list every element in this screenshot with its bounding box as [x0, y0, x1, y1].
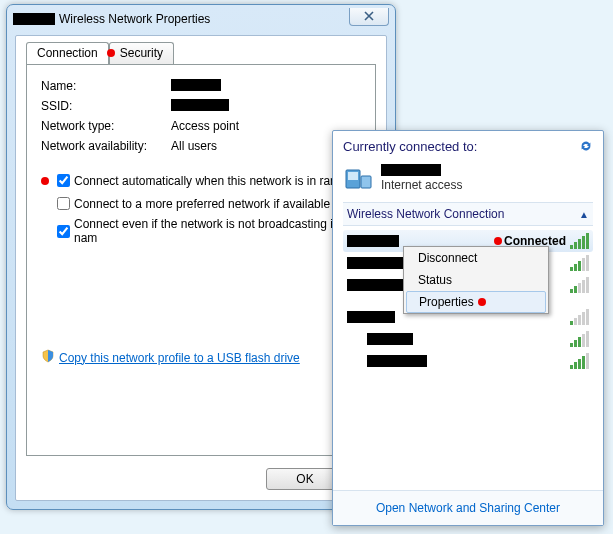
tab-security-label: Security	[120, 46, 163, 60]
wireless-section-header[interactable]: Wireless Network Connection ▲	[343, 202, 593, 226]
network-type-value: Access point	[171, 119, 239, 133]
svg-rect-1	[348, 172, 358, 180]
close-button[interactable]	[349, 8, 389, 26]
copy-profile-link[interactable]: Copy this network profile to a USB flash…	[41, 349, 300, 366]
menu-status[interactable]: Status	[404, 269, 548, 291]
close-icon	[364, 10, 374, 24]
checkbox-prefer-network-label: Connect to a more preferred network if a…	[74, 197, 330, 211]
annotation-dot	[41, 177, 49, 185]
annotation-dot	[494, 237, 502, 245]
copy-profile-label: Copy this network profile to a USB flash…	[59, 351, 300, 365]
annotation-dot	[107, 49, 115, 57]
tabs: Connection Security	[26, 42, 386, 64]
network-type-label: Network type:	[41, 119, 171, 133]
checkbox-auto-connect[interactable]	[57, 174, 70, 187]
menu-properties[interactable]: Properties	[406, 291, 546, 313]
ok-button-label: OK	[296, 472, 313, 486]
current-network-sub: Internet access	[381, 178, 462, 192]
wifi-item[interactable]	[343, 350, 593, 372]
flyout-title: Currently connected to:	[343, 139, 477, 156]
redacted-network-name	[13, 13, 55, 25]
checkbox-auto-connect-label: Connect automatically when this network …	[74, 174, 350, 188]
svg-rect-2	[361, 176, 371, 188]
signal-bars-icon	[570, 353, 589, 369]
wifi-list: Connected Disconnect Status Properties	[343, 230, 593, 372]
ssid-label: SSID:	[41, 99, 171, 113]
checkbox-hidden-network-label: Connect even if the network is not broad…	[74, 217, 361, 245]
wifi-item[interactable]	[343, 328, 593, 350]
availability-value: All users	[171, 139, 217, 153]
signal-bars-icon	[570, 309, 589, 325]
signal-bars-icon	[570, 331, 589, 347]
ssid-value-redacted	[171, 99, 229, 111]
availability-label: Network availability:	[41, 139, 171, 153]
signal-bars-icon	[570, 277, 589, 293]
checkbox-prefer-network[interactable]	[57, 197, 70, 210]
signal-bars-icon	[570, 255, 589, 271]
network-flyout: Currently connected to: Internet access …	[332, 130, 604, 526]
context-menu: Disconnect Status Properties	[403, 246, 549, 314]
wifi-name-redacted	[367, 355, 427, 367]
tab-connection-label: Connection	[37, 46, 98, 60]
name-label: Name:	[41, 79, 171, 93]
current-network: Internet access	[343, 162, 593, 194]
wifi-name-redacted	[347, 311, 395, 323]
checkbox-hidden-network[interactable]	[57, 225, 70, 238]
open-network-center-link[interactable]: Open Network and Sharing Center	[376, 501, 560, 515]
current-network-name-redacted	[381, 164, 441, 176]
tab-security[interactable]: Security	[109, 42, 174, 64]
annotation-dot	[478, 298, 486, 306]
network-icon	[343, 162, 375, 194]
flyout-footer: Open Network and Sharing Center	[333, 490, 603, 525]
menu-disconnect[interactable]: Disconnect	[404, 247, 548, 269]
collapse-icon: ▲	[579, 209, 589, 220]
connection-panel: Name: SSID: Network type: Access point N…	[26, 64, 376, 456]
tab-connection[interactable]: Connection	[26, 42, 109, 64]
window-title: Wireless Network Properties	[59, 12, 210, 26]
refresh-icon[interactable]	[579, 139, 593, 156]
titlebar[interactable]: Wireless Network Properties	[7, 5, 395, 33]
wifi-name-redacted	[367, 333, 413, 345]
shield-icon	[41, 349, 55, 366]
signal-bars-icon	[570, 233, 589, 249]
name-value-redacted	[171, 79, 221, 91]
wireless-section-label: Wireless Network Connection	[347, 207, 504, 221]
wifi-item-connected[interactable]: Connected Disconnect Status Properties	[343, 230, 593, 252]
wifi-name-redacted	[347, 257, 403, 269]
wifi-name-redacted	[347, 235, 399, 247]
